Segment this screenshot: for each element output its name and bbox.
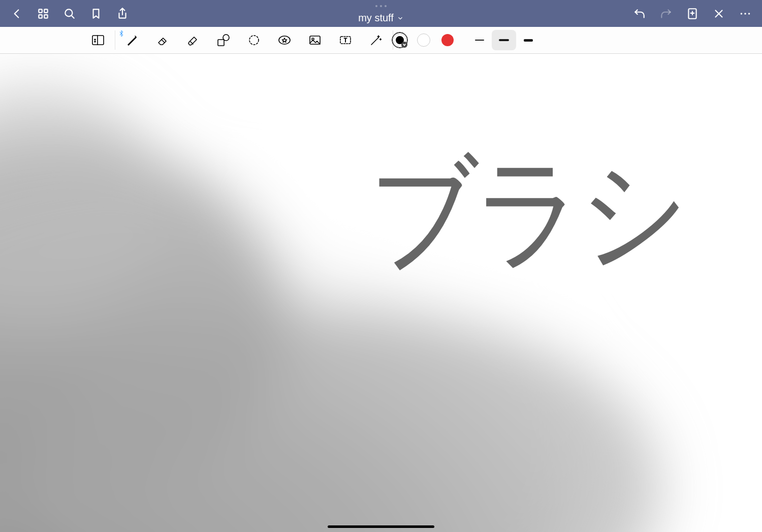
lasso-tool[interactable] [239, 27, 269, 53]
magic-tool[interactable] [361, 27, 391, 53]
svg-rect-14 [92, 36, 104, 45]
svg-point-16 [94, 39, 96, 40]
bluetooth-icon [118, 30, 125, 39]
svg-point-21 [223, 35, 229, 41]
canvas-text: ブラシ [369, 131, 685, 296]
svg-line-19 [190, 42, 193, 44]
drawing-toolbar: T [0, 27, 762, 54]
home-indicator [328, 525, 434, 528]
color-options-chevron[interactable] [401, 42, 407, 48]
toolbar-separator [115, 30, 115, 50]
favorites-tool[interactable] [269, 27, 300, 53]
svg-rect-20 [218, 40, 224, 46]
chevron-down-icon [397, 15, 404, 22]
highlighter-tool[interactable] [178, 27, 208, 53]
color-swatch-1[interactable] [394, 34, 406, 46]
pen-tool[interactable] [117, 27, 147, 53]
color-swatch-2[interactable] [417, 34, 430, 47]
document-title-dropdown[interactable]: my stuff [0, 12, 762, 24]
eraser-tool[interactable] [147, 27, 178, 53]
svg-point-23 [279, 36, 290, 44]
app-header: my stuff [0, 0, 762, 27]
svg-point-17 [94, 41, 96, 42]
svg-point-22 [249, 36, 259, 45]
page-layout-tool[interactable] [83, 27, 113, 53]
svg-line-18 [162, 40, 165, 43]
drag-handle-dots [0, 5, 762, 7]
stroke-thin[interactable] [467, 30, 492, 50]
svg-text:T: T [344, 38, 347, 43]
stroke-thick[interactable] [516, 30, 541, 50]
text-tool[interactable]: T [330, 27, 361, 53]
color-swatch-3[interactable] [441, 34, 454, 46]
drawing-canvas[interactable]: ブラシ [0, 54, 762, 532]
document-title: my stuff [358, 12, 394, 24]
shape-tool[interactable] [208, 27, 239, 53]
image-tool[interactable] [300, 27, 330, 53]
stroke-medium[interactable] [492, 30, 516, 50]
